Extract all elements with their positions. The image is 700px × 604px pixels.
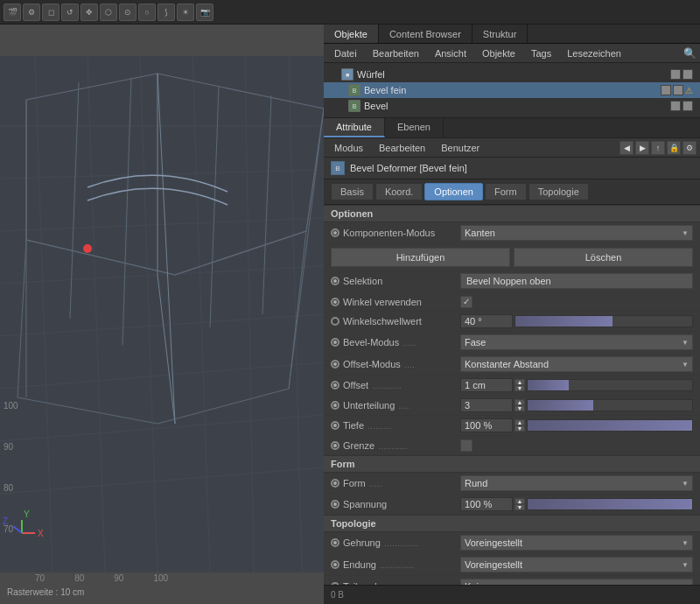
unterteilung-stepper-down[interactable]: ▼ bbox=[514, 405, 525, 411]
dropdown-teilrundung[interactable]: Keine ▼ bbox=[460, 579, 693, 585]
object-item-wuerfel[interactable]: ■ Würfel bbox=[324, 67, 700, 82]
slider-winkelschwellwert[interactable] bbox=[514, 315, 693, 327]
toolbar-icon-arrow[interactable]: ↺ bbox=[61, 4, 79, 21]
menu-bearbeiten[interactable]: Bearbeiten bbox=[366, 46, 426, 60]
radio-offset[interactable] bbox=[331, 381, 340, 390]
toolbar-icon-cube[interactable]: ◻ bbox=[42, 4, 60, 21]
slider-spannung[interactable] bbox=[527, 498, 693, 510]
stepper-up[interactable]: ▲ bbox=[514, 379, 525, 385]
svg-line-3 bbox=[0, 218, 324, 231]
dropdown-endung[interactable]: Voreingestellt ▼ bbox=[460, 557, 693, 572]
bevel-vis2[interactable] bbox=[682, 101, 693, 111]
toolbar-icon-gear[interactable]: ⚙ bbox=[23, 4, 40, 21]
sub-tab-topologie[interactable]: Topologie bbox=[528, 183, 589, 200]
input-spannung[interactable]: 100 % bbox=[460, 497, 513, 511]
dropdown-offset-modus[interactable]: Konstanter Abstand ▼ bbox=[460, 356, 693, 372]
dropdown-form[interactable]: Rund ▼ bbox=[460, 475, 693, 491]
btn-loeschen[interactable]: Löschen bbox=[514, 248, 693, 267]
tab-content-browser[interactable]: Content Browser bbox=[379, 25, 472, 43]
toolbar-icon-film[interactable]: 🎬 bbox=[4, 4, 21, 21]
sub-tab-optionen[interactable]: Optionen bbox=[424, 183, 483, 200]
nav-up-btn[interactable]: ↑ bbox=[651, 141, 665, 155]
radio-form[interactable] bbox=[331, 479, 340, 488]
toolbar-icon-edit2[interactable]: ⊙ bbox=[119, 4, 136, 21]
menu-ansicht[interactable]: Ansicht bbox=[428, 46, 473, 60]
spannung-stepper-up[interactable]: ▲ bbox=[514, 498, 525, 504]
check-winkel-verwenden[interactable] bbox=[460, 296, 472, 308]
toolbar-icon-cam[interactable]: 📷 bbox=[196, 4, 214, 21]
attr-tab-ebenen[interactable]: Ebenen bbox=[385, 118, 444, 137]
attr-menu-left: Modus Bearbeiten Benutzer bbox=[327, 141, 486, 155]
sub-tab-basis[interactable]: Basis bbox=[331, 183, 374, 200]
bevel-vis1[interactable] bbox=[670, 101, 681, 111]
input-selektion[interactable] bbox=[460, 273, 693, 289]
sub-tab-koord[interactable]: Koord. bbox=[375, 183, 423, 200]
radio-komponenten[interactable] bbox=[331, 228, 340, 237]
tiefe-stepper-down[interactable]: ▼ bbox=[514, 425, 525, 432]
tab-struktur[interactable]: Struktur bbox=[472, 25, 528, 43]
tab-objekte[interactable]: Objekte bbox=[324, 25, 379, 43]
menu-datei[interactable]: Datei bbox=[327, 46, 364, 60]
wuerfel-vis1[interactable] bbox=[670, 69, 681, 80]
radio-tiefe[interactable] bbox=[331, 421, 340, 430]
toolbar-icons: 🎬 ⚙ ◻ ↺ ✥ ⬡ ⊙ ○ ⟆ ☀ 📷 bbox=[0, 4, 217, 21]
input-tiefe[interactable]: 100 % bbox=[460, 418, 513, 432]
toolbar-icon-light[interactable]: ☀ bbox=[177, 4, 194, 21]
attr-menu-modus[interactable]: Modus bbox=[327, 141, 370, 155]
lock-btn[interactable]: 🔒 bbox=[667, 141, 681, 155]
object-item-bevel[interactable]: B Bevel bbox=[324, 98, 700, 114]
radio-offset-modus[interactable] bbox=[331, 360, 340, 369]
menu-lesezeichen[interactable]: Lesezeichen bbox=[560, 46, 628, 60]
settings-btn[interactable]: ⚙ bbox=[682, 141, 696, 155]
dropdown-gehrung[interactable]: Voreingestellt ▼ bbox=[460, 535, 693, 551]
content-area[interactable]: Optionen Komponenten-Modus Kanten ▼ Hinz… bbox=[324, 205, 700, 585]
unterteilung-stepper-up[interactable]: ▲ bbox=[514, 399, 525, 405]
input-winkelschwellwert[interactable]: 40 ° bbox=[460, 314, 513, 328]
sub-tab-form[interactable]: Form bbox=[485, 183, 527, 200]
menu-objekte[interactable]: Objekte bbox=[475, 46, 522, 60]
attr-menu-bearbeiten[interactable]: Bearbeiten bbox=[372, 141, 432, 155]
slider-offset[interactable] bbox=[527, 379, 693, 391]
svg-rect-0 bbox=[0, 56, 324, 572]
radio-spannung[interactable] bbox=[331, 500, 340, 509]
label-spannung: Spannung bbox=[343, 499, 457, 509]
attr-tab-attribute[interactable]: Attribute bbox=[324, 118, 385, 137]
radio-bevel-modus[interactable] bbox=[331, 338, 340, 347]
spannung-stepper-down[interactable]: ▼ bbox=[514, 504, 525, 510]
nav-next-btn[interactable]: ▶ bbox=[635, 141, 649, 155]
object-item-bevel-fein[interactable]: B Bevel fein ⚠ bbox=[324, 82, 700, 98]
tiefe-control: 100 % ▲ ▼ bbox=[460, 418, 693, 432]
slider-tiefe[interactable] bbox=[527, 419, 693, 432]
bevel-fein-vis1[interactable] bbox=[661, 85, 671, 95]
input-unterteilung[interactable]: 3 bbox=[460, 398, 513, 412]
attr-menu-benutzer[interactable]: Benutzer bbox=[434, 141, 486, 155]
bevel-fein-vis2[interactable] bbox=[673, 85, 683, 95]
toolbar-icon-circle[interactable]: ○ bbox=[138, 4, 156, 21]
row-endung: Endung ............. Voreingestellt ▼ bbox=[324, 554, 700, 576]
check-grenze[interactable] bbox=[460, 439, 472, 452]
toolbar-icon-edit1[interactable]: ⬡ bbox=[100, 4, 117, 21]
btn-hinzufuegen[interactable]: Hinzufügen bbox=[331, 248, 510, 267]
nav-prev-btn[interactable]: ◀ bbox=[620, 141, 634, 155]
attr-menu-right: ◀ ▶ ↑ 🔒 ⚙ bbox=[620, 141, 696, 155]
input-offset[interactable]: 1 cm bbox=[460, 378, 513, 392]
stepper-down[interactable]: ▼ bbox=[514, 385, 525, 391]
dropdown-komponenten-modus[interactable]: Kanten ▼ bbox=[460, 225, 693, 241]
wuerfel-vis2[interactable] bbox=[682, 69, 693, 80]
radio-selektion[interactable] bbox=[331, 277, 340, 285]
tiefe-stepper-up[interactable]: ▲ bbox=[514, 419, 525, 425]
radio-gehrung[interactable] bbox=[331, 538, 340, 547]
radio-winkelschwellwert[interactable] bbox=[331, 317, 340, 326]
axis-val-1: 70 bbox=[4, 524, 18, 534]
menu-tags[interactable]: Tags bbox=[524, 46, 558, 60]
toolbar-icon-move[interactable]: ✥ bbox=[80, 4, 98, 21]
viewport[interactable]: X Y Z Rasterweite : 10 cm 70 80 90 100 bbox=[0, 25, 324, 604]
toolbar-icon-deform[interactable]: ⟆ bbox=[158, 4, 175, 21]
radio-winkel[interactable] bbox=[331, 298, 340, 306]
slider-unterteilung[interactable] bbox=[527, 399, 693, 411]
radio-grenze[interactable] bbox=[331, 441, 340, 450]
radio-endung[interactable] bbox=[331, 560, 340, 569]
search-icon[interactable]: 🔍 bbox=[683, 47, 696, 60]
radio-unterteilung[interactable] bbox=[331, 401, 340, 410]
dropdown-bevel-modus[interactable]: Fase ▼ bbox=[460, 334, 693, 350]
